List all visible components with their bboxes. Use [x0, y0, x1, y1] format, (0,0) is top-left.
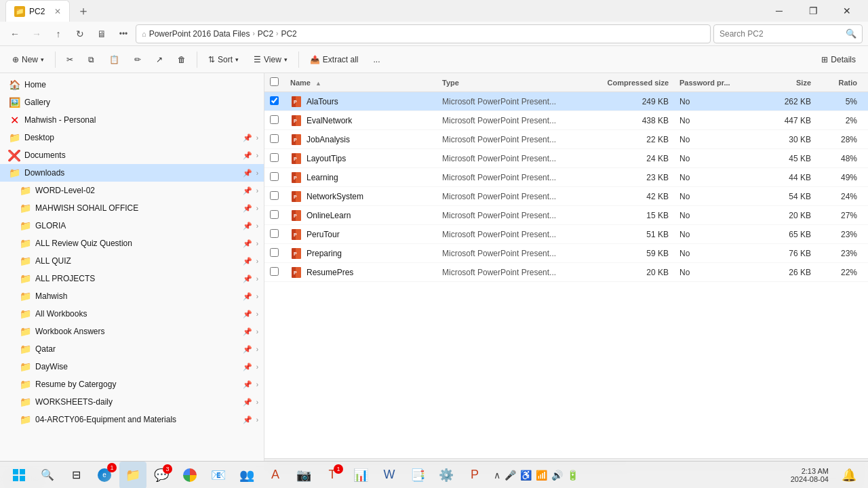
header-compressed-size[interactable]: Compressed size — [591, 79, 679, 87]
sidebar-item-downloads[interactable]: 📁 Downloads 📌 › — [0, 164, 264, 182]
todo-button[interactable]: T 1 — [319, 462, 346, 489]
search-icon[interactable]: 🔍 — [846, 28, 856, 39]
table-row[interactable]: P OnlineLearn Microsoft PowerPoint Prese… — [264, 206, 868, 225]
taskbar-app7[interactable]: 📊 — [347, 462, 374, 489]
delete-button[interactable]: 🗑 — [171, 52, 193, 67]
start-button[interactable] — [5, 462, 33, 489]
sidebar-item-worksheets-daily[interactable]: 📁 WORKSHEETS-daily 📌 › — [0, 393, 264, 411]
tab-close-icon[interactable]: ✕ — [54, 7, 61, 16]
row-checkbox-6[interactable] — [270, 210, 290, 221]
select-all-checkbox[interactable] — [270, 77, 279, 86]
copy-button[interactable]: ⧉ — [81, 52, 101, 67]
table-row[interactable]: P AlaTours Microsoft PowerPoint Present.… — [264, 92, 868, 111]
explorer-button[interactable]: 📁 — [119, 462, 146, 489]
up-button[interactable]: ↑ — [49, 24, 68, 43]
search-box[interactable]: 🔍 — [713, 24, 863, 43]
sidebar-item-all-workbooks[interactable]: 📁 All Workbooks 📌 › — [0, 305, 264, 323]
sidebar-item-daywise[interactable]: 📁 DayWise 📌 › — [0, 358, 264, 375]
volume-icon[interactable]: 🔊 — [550, 468, 564, 482]
row-checkbox-5[interactable] — [270, 191, 290, 202]
system-clock[interactable]: 2:13 AM 2024-08-04 — [791, 467, 834, 483]
taskview-button[interactable]: ⊟ — [62, 462, 90, 489]
search-input[interactable] — [719, 29, 843, 39]
access-button[interactable]: A — [262, 462, 289, 489]
table-row[interactable]: P Learning Microsoft PowerPoint Present.… — [264, 168, 868, 187]
sidebar-item-resume-catergogy[interactable]: 📁 Resume by Catergogy 📌 › — [0, 375, 264, 393]
table-row[interactable]: P Preparing Microsoft PowerPoint Present… — [264, 244, 868, 263]
active-tab[interactable]: 📁 PC2 ✕ — [5, 0, 70, 22]
header-type[interactable]: Type — [442, 79, 591, 87]
header-name[interactable]: Name ▲ — [290, 79, 442, 87]
header-password[interactable]: Password pr... — [679, 79, 761, 87]
sidebar-item-word-level02[interactable]: 📁 WORD-Level-02 📌 › — [0, 182, 264, 199]
battery-icon[interactable]: 🔋 — [566, 468, 580, 482]
rename-button[interactable]: ✏ — [127, 52, 148, 67]
details-button[interactable]: ⊞ Details — [814, 52, 863, 67]
view-button[interactable]: ☰ View ▾ — [247, 52, 294, 67]
table-row[interactable]: P JobAnalysis Microsoft PowerPoint Prese… — [264, 130, 868, 149]
taskbar-app9[interactable]: 📑 — [404, 462, 431, 489]
row-checkbox-8[interactable] — [270, 248, 290, 259]
table-row[interactable]: P ResumePres Microsoft PowerPoint Presen… — [264, 263, 868, 282]
table-row[interactable]: P EvalNetwork Microsoft PowerPoint Prese… — [264, 111, 868, 130]
accessibility-icon[interactable]: ♿ — [519, 468, 533, 482]
forward-button[interactable]: → — [27, 24, 46, 43]
sidebar-item-all-quiz[interactable]: 📁 ALL QUIZ 📌 › — [0, 252, 264, 270]
row-checkbox-4[interactable] — [270, 172, 290, 183]
sidebar-item-gallery[interactable]: 🖼️ Gallery — [0, 94, 264, 111]
sort-button[interactable]: ⇅ Sort ▾ — [201, 52, 245, 67]
camera-button[interactable]: 📷 — [290, 462, 317, 489]
new-tab-button[interactable]: ＋ — [73, 0, 94, 22]
row-checkbox-0[interactable] — [270, 96, 290, 107]
sidebar-item-documents[interactable]: ❌ Documents 📌 › — [0, 146, 264, 164]
sidebar-item-gloria[interactable]: 📁 GLORIA 📌 › — [0, 217, 264, 235]
word-button[interactable]: W — [376, 462, 403, 489]
powerpoint-button[interactable]: P — [461, 462, 488, 489]
paste-button[interactable]: 📋 — [102, 52, 126, 67]
refresh-button[interactable]: ↻ — [71, 24, 90, 43]
sidebar-item-mahwish-personal[interactable]: ✕ Mahwish - Personal — [0, 111, 264, 129]
whatsapp-button[interactable]: 💬 3 — [148, 462, 175, 489]
address-bar[interactable]: ⌂ PowerPoint 2016 Data Files › PC2 › PC2 — [136, 24, 711, 43]
sidebar-item-arcty06[interactable]: 📁 04-ARCTY06-Equipment and Materials 📌 › — [0, 411, 264, 428]
close-button[interactable]: ✕ — [831, 0, 863, 22]
notification-button[interactable]: 🔔 — [835, 462, 863, 489]
chevron-icon[interactable]: ∧ — [492, 468, 502, 482]
row-checkbox-7[interactable] — [270, 229, 290, 240]
breadcrumb-pc2-1[interactable]: PC2 — [258, 29, 273, 39]
table-row[interactable]: P PeruTour Microsoft PowerPoint Present.… — [264, 225, 868, 244]
search-taskbar-button[interactable]: 🔍 — [34, 462, 61, 489]
sidebar-item-desktop[interactable]: 📁 Desktop 📌 › — [0, 129, 264, 146]
location-button[interactable]: 🖥 — [92, 24, 111, 43]
row-checkbox-1[interactable] — [270, 115, 290, 126]
table-row[interactable]: P LayoutTips Microsoft PowerPoint Presen… — [264, 149, 868, 168]
header-size[interactable]: Size — [761, 79, 822, 87]
minimize-button[interactable]: ─ — [764, 0, 795, 22]
breadcrumb-powerpoint[interactable]: PowerPoint 2016 Data Files — [149, 29, 250, 39]
sidebar-item-all-review[interactable]: 📁 ALL Review Quiz Question 📌 › — [0, 235, 264, 252]
header-checkbox[interactable] — [270, 77, 290, 87]
sidebar-item-mahwish-office[interactable]: 📁 MAHWISH SOHAIL OFFICE 📌 › — [0, 199, 264, 217]
cut-button[interactable]: ✂ — [60, 52, 80, 67]
more-button[interactable]: ... — [367, 52, 387, 67]
sidebar-item-home[interactable]: 🏠 Home — [0, 76, 264, 94]
back-button[interactable]: ← — [5, 24, 24, 43]
settings-button[interactable]: ⚙️ — [433, 462, 460, 489]
wifi-icon[interactable]: 📶 — [534, 468, 549, 482]
table-row[interactable]: P NetworkSystem Microsoft PowerPoint Pre… — [264, 187, 868, 206]
sidebar-item-qatar[interactable]: 📁 Qatar 📌 › — [0, 340, 264, 358]
header-ratio[interactable]: Ratio — [822, 79, 863, 87]
row-checkbox-9[interactable] — [270, 267, 290, 278]
outlook-button[interactable]: 📧 — [205, 462, 232, 489]
sidebar-item-all-projects[interactable]: 📁 ALL PROJECTS 📌 › — [0, 270, 264, 287]
maximize-button[interactable]: ❐ — [797, 0, 829, 22]
new-button[interactable]: ⊕ New ▾ — [5, 52, 51, 67]
sidebar-item-mahwish[interactable]: 📁 Mahwish 📌 › — [0, 287, 264, 305]
breadcrumb-pc2-2[interactable]: PC2 — [281, 29, 296, 39]
chrome-button[interactable] — [176, 462, 203, 489]
share-button[interactable]: ↗ — [149, 52, 170, 67]
row-checkbox-3[interactable] — [270, 153, 290, 164]
teams-button[interactable]: 👥 — [233, 462, 260, 489]
more-nav-button[interactable]: ••• — [114, 24, 133, 43]
row-checkbox-2[interactable] — [270, 134, 290, 145]
